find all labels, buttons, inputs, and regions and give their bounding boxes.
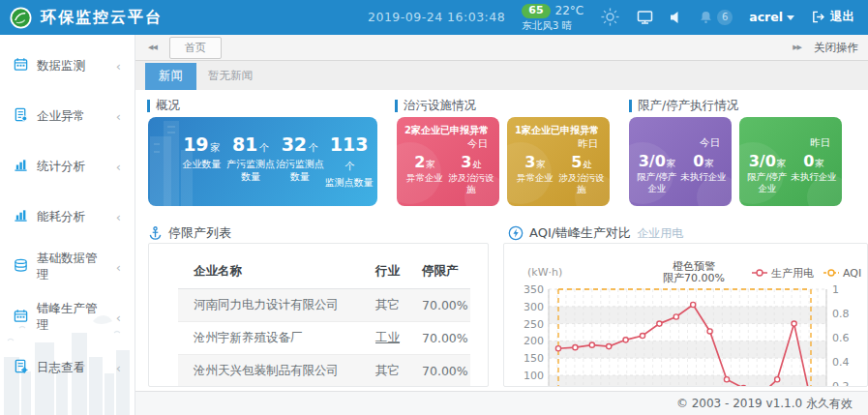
tab-home[interactable]: 首页 xyxy=(169,37,222,59)
notifications-bell-icon[interactable]: 6 xyxy=(699,10,733,25)
app-logo-icon xyxy=(10,7,32,29)
column-header: 停限产 xyxy=(422,257,470,289)
y-left-tick: 150 xyxy=(524,352,544,365)
card-headline: 1家企业已申报异常 xyxy=(512,124,605,137)
data-point-marker xyxy=(673,314,678,319)
data-point-marker xyxy=(607,343,612,348)
y-right-tick: 0.6 xyxy=(832,332,850,344)
industry-cell: 其它 xyxy=(375,363,400,377)
sidebar-item[interactable]: 错峰生产管理‹ xyxy=(0,292,135,342)
monitor-icon[interactable] xyxy=(637,10,653,25)
aqi-comparison-chart-panel: 35030025020015010050010.80.60.40.20(kW·h… xyxy=(503,243,868,387)
overview-stat: 32个治污监测点数量 xyxy=(276,133,325,206)
legend-label[interactable]: 生产用电 xyxy=(771,267,814,280)
card-stat: 3/0家 xyxy=(744,152,791,170)
calendar-icon xyxy=(14,309,28,327)
news-tab-bar: 新闻 暂无新闻 xyxy=(135,61,868,90)
card-day-label: 今日 xyxy=(634,136,727,150)
layers-icon xyxy=(14,258,28,277)
limit-production-table: 企业名称行业停限产 河南同力电力设计有限公司其它70.00%沧州宇新养殖设备厂工… xyxy=(178,257,470,387)
scroll-tabs-right-icon[interactable]: ▶▶ xyxy=(790,44,804,51)
chevron-collapse-icon: ‹ xyxy=(116,59,125,74)
app-header: 环保监控云平台 2019-09-24 16:03:48 65 22°C 东北风3… xyxy=(0,0,868,35)
bolt-circle-icon xyxy=(508,225,524,241)
no-news-label: 暂无新闻 xyxy=(208,69,253,83)
tab-news[interactable]: 新闻 xyxy=(145,63,196,90)
company-name-cell: 沧州天兴包装制品有限公司 xyxy=(178,355,362,388)
y-left-tick: 350 xyxy=(524,283,544,296)
sidebar-item[interactable]: 企业异常‹ xyxy=(0,91,135,141)
chevron-collapse-icon: ‹ xyxy=(116,160,125,174)
chart-section-title: AQI/错峰生产对比 企业用电 xyxy=(508,224,683,242)
table-row: 河南同力电力设计有限公司其它70.00% xyxy=(178,289,470,322)
y-left-tick: 300 xyxy=(524,301,544,313)
calendar-icon xyxy=(14,57,28,75)
data-point-marker xyxy=(657,321,662,326)
logout-icon xyxy=(811,10,825,24)
speaker-mute-icon[interactable] xyxy=(670,11,682,24)
sidebar-item-label: 企业异常 xyxy=(37,108,85,125)
card-stat: 0家 xyxy=(680,152,727,170)
limit-percent-cell: 70.00% xyxy=(422,322,470,355)
sidebar-item[interactable]: 日志查看‹ xyxy=(0,342,135,393)
y-right-tick: 0.8 xyxy=(832,308,850,320)
wind-label: 东北风3 晴 xyxy=(522,19,584,31)
sidebar-item[interactable]: 数据监测‹ xyxy=(0,41,135,91)
overview-stat: 113个监测点数量 xyxy=(324,133,374,206)
section-title-overview: 概况 xyxy=(147,98,180,114)
scroll-tabs-left-icon[interactable]: ◀◀ xyxy=(145,44,160,51)
copyright-label: © 2003 - 2019 v1.1.0 永久有效 xyxy=(676,396,853,412)
close-operations-menu[interactable]: 关闭操作 xyxy=(814,41,858,55)
user-menu[interactable]: acrel xyxy=(749,10,794,24)
weather-widget: 65 22°C 东北风3 晴 xyxy=(522,4,584,31)
card-stat-label: 未执行企业 xyxy=(791,171,837,195)
chevron-collapse-icon: ‹ xyxy=(116,311,125,325)
overview-stat: 81个产污监测点数量 xyxy=(226,133,276,206)
status-card: 昨日3/0家0家限产/停产企业未执行企业 xyxy=(739,117,842,206)
sidebar-item[interactable]: 统计分析‹ xyxy=(0,141,135,192)
chart-icon xyxy=(14,208,28,226)
chevron-collapse-icon: ‹ xyxy=(116,210,125,224)
industry-cell[interactable]: 工业 xyxy=(375,330,400,344)
table-row: 沧州宇新养殖设备厂工业70.00% xyxy=(178,322,470,355)
column-header: 行业 xyxy=(362,257,422,289)
data-point-marker xyxy=(724,377,729,382)
sidebar-item-label: 数据监测 xyxy=(37,58,85,74)
chevron-collapse-icon: ‹ xyxy=(116,109,125,124)
datetime: 2019-09-24 16:03:48 xyxy=(368,10,505,24)
legend-marker-dot[interactable] xyxy=(828,270,834,276)
sidebar-item-label: 统计分析 xyxy=(37,159,85,175)
list-section-title: 停限产列表 xyxy=(148,224,231,242)
data-point-marker xyxy=(691,302,696,307)
card-stat: 2家 xyxy=(402,153,448,171)
y-left-tick: 200 xyxy=(524,335,544,347)
card-stat-label: 限产/停产企业 xyxy=(744,171,791,195)
app-title: 环保监控云平台 xyxy=(41,8,163,28)
chevron-down-icon xyxy=(787,15,794,20)
card-day-label: 今日 xyxy=(402,137,494,151)
y-left-tick: 250 xyxy=(524,318,544,331)
limit-percent-cell: 70.00% xyxy=(422,289,470,322)
limit-percent-cell: 70.00% xyxy=(422,355,470,388)
legend-label[interactable]: AQI xyxy=(843,267,861,280)
card-stat: 3家 xyxy=(512,153,558,171)
status-card: 2家企业已申报异常今日2家3处异常企业涉及治污设施 xyxy=(397,117,499,206)
sun-weather-icon[interactable] xyxy=(600,7,620,27)
doc-gear-icon xyxy=(14,359,28,377)
legend-marker-dot[interactable] xyxy=(757,270,763,276)
y-right-tick: 0.4 xyxy=(832,356,850,369)
y-right-tick: 1 xyxy=(832,283,839,296)
sidebar-item[interactable]: 基础数据管理‹ xyxy=(0,242,135,292)
y-axis-label: (kW·h) xyxy=(527,266,562,279)
card-stat: 5处 xyxy=(558,153,605,171)
logout-button[interactable]: 退出 xyxy=(811,9,854,25)
chevron-collapse-icon: ‹ xyxy=(116,361,125,375)
data-point-marker xyxy=(775,377,780,382)
data-point-marker xyxy=(623,338,628,342)
sidebar-item[interactable]: 能耗分析‹ xyxy=(0,192,135,242)
sidebar-item-label: 日志查看 xyxy=(37,360,85,376)
temperature-label: 22°C xyxy=(555,5,584,18)
warning-annotation: 限产70.00% xyxy=(663,272,725,284)
data-point-marker xyxy=(640,333,644,338)
section-title-pollution: 治污设施情况 xyxy=(395,98,476,114)
